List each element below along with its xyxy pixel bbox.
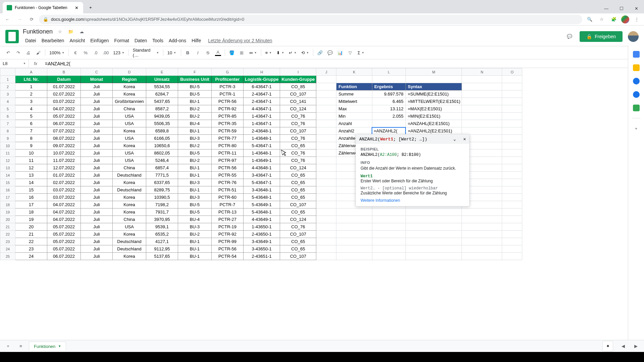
cell-N2[interactable] xyxy=(462,83,502,90)
cell-G21[interactable]: PCTR-19 xyxy=(212,223,244,231)
cell-A12[interactable]: 11 xyxy=(15,157,47,164)
account-avatar[interactable] xyxy=(628,31,639,42)
cell-D19[interactable]: Korea xyxy=(113,208,146,216)
cell-H23[interactable]: 3-43649-1 xyxy=(244,238,280,245)
cell-H4[interactable]: 2-43647-1 xyxy=(244,98,280,105)
cell-A17[interactable]: 16 xyxy=(15,194,47,201)
forward-icon[interactable]: → xyxy=(15,15,24,24)
cell-K2[interactable]: Funktion xyxy=(336,83,372,90)
cell-B9[interactable]: 08.07.2022 xyxy=(47,135,81,142)
cell-A4[interactable]: 3 xyxy=(15,98,47,105)
cell-H17[interactable]: 5-43648-1 xyxy=(244,194,280,201)
cell-C16[interactable]: Juli xyxy=(81,186,113,194)
cell-E22[interactable]: 6535,2 xyxy=(146,231,178,238)
cell-H3[interactable]: 2-43647-1 xyxy=(244,90,280,98)
cell-I21[interactable]: CO_76 xyxy=(280,223,316,231)
cell-I9[interactable]: CO_76 xyxy=(280,135,316,142)
cell-F3[interactable]: BU-5 xyxy=(178,90,212,98)
cell-G5[interactable]: PCTR-92 xyxy=(212,105,244,113)
wrap-dropdown[interactable]: ↵▼ xyxy=(287,50,299,55)
cell-E19[interactable]: 7931,7 xyxy=(146,208,178,216)
cell-L6[interactable]: 2.055 xyxy=(372,113,406,120)
cell-A18[interactable]: 17 xyxy=(15,201,47,208)
cell-O23[interactable] xyxy=(502,238,522,245)
tooltip-collapse-icon[interactable]: ⌄ xyxy=(453,137,456,142)
col-header-M[interactable]: M xyxy=(406,68,462,76)
cell-J25[interactable] xyxy=(316,253,336,260)
cell-E21[interactable]: 9539,1 xyxy=(146,223,178,231)
cell-J17[interactable] xyxy=(316,194,336,201)
cell-O14[interactable] xyxy=(502,172,522,179)
cell-O13[interactable] xyxy=(502,164,522,172)
cell-F7[interactable]: BU-4 xyxy=(178,120,212,127)
col-header-H[interactable]: H xyxy=(244,68,280,76)
cell-E7[interactable]: 5506,35 xyxy=(146,120,178,127)
cell-G10[interactable]: PCTR-80 xyxy=(212,142,244,149)
cell-B18[interactable]: 04.07.2022 xyxy=(47,201,81,208)
minimize-icon[interactable]: — xyxy=(599,3,614,13)
spreadsheet-grid[interactable]: ABCDEFGHIJKLMNO1Lfd. Nr.DatumMonatRegion… xyxy=(0,68,644,343)
cell-H13[interactable]: 4-43648-1 xyxy=(244,164,280,172)
cell-N25[interactable] xyxy=(462,253,502,260)
cell-E9[interactable]: 6166,05 xyxy=(146,135,178,142)
cell-B2[interactable]: 01.07.2022 xyxy=(47,83,81,90)
cell-F22[interactable]: BU-2 xyxy=(178,231,212,238)
cell-H2[interactable]: 6-43647-1 xyxy=(244,83,280,90)
cell-K4[interactable]: Mittelwert xyxy=(336,98,372,105)
new-tab-button[interactable]: + xyxy=(86,3,95,12)
share-button[interactable]: 🔒 Freigeben xyxy=(580,31,623,42)
cell-A7[interactable]: 6 xyxy=(15,120,47,127)
cell-A19[interactable]: 18 xyxy=(15,208,47,216)
cell-A10[interactable]: 9 xyxy=(15,142,47,149)
row-header-15[interactable]: 15 xyxy=(0,179,15,186)
cell-A14[interactable]: 13 xyxy=(15,172,47,179)
cell-E16[interactable]: 8289,75 xyxy=(146,186,178,194)
cell-C3[interactable]: Juli xyxy=(81,90,113,98)
cell-G11[interactable]: PCTR-11 xyxy=(212,149,244,157)
row-header-13[interactable]: 13 xyxy=(0,164,15,172)
cell-M25[interactable] xyxy=(406,253,462,260)
cell-K8[interactable]: Anzahl2 xyxy=(336,127,372,135)
cell-B1[interactable]: Datum xyxy=(47,76,81,83)
percent-icon[interactable]: % xyxy=(81,48,90,57)
chart-icon[interactable]: 📊 xyxy=(335,48,345,57)
cell-D5[interactable]: China xyxy=(113,105,146,113)
cell-C21[interactable]: Juli xyxy=(81,223,113,231)
cell-C2[interactable]: Juli xyxy=(81,83,113,90)
row-header-3[interactable]: 3 xyxy=(0,90,15,98)
cell-B3[interactable]: 02.07.2022 xyxy=(47,90,81,98)
menu-daten[interactable]: Daten xyxy=(132,37,149,45)
cell-C15[interactable]: Juli xyxy=(81,179,113,186)
cell-D4[interactable]: Großbritannien xyxy=(113,98,146,105)
all-sheets-icon[interactable]: ≡ xyxy=(16,342,25,351)
formula-input[interactable]: =ANZAHL2( xyxy=(42,61,644,66)
cell-M2[interactable]: Syntax xyxy=(406,83,462,90)
row-header-8[interactable]: 8 xyxy=(0,127,15,135)
cell-B6[interactable]: 05.07.2022 xyxy=(47,113,81,120)
cell-I8[interactable]: CO_107 xyxy=(280,127,316,135)
cell-A16[interactable]: 15 xyxy=(15,186,47,194)
cell-C5[interactable]: Juli xyxy=(81,105,113,113)
cell-O11[interactable] xyxy=(502,149,522,157)
comments-icon[interactable]: 💬 xyxy=(565,32,574,41)
cell-I5[interactable]: CO_124 xyxy=(280,105,316,113)
cell-C25[interactable]: Juli xyxy=(81,253,113,260)
cell-D9[interactable]: USA xyxy=(113,135,146,142)
cell-F4[interactable]: BU-1 xyxy=(178,98,212,105)
col-header-L[interactable]: L xyxy=(372,68,406,76)
cell-E4[interactable]: 5437,65 xyxy=(146,98,178,105)
cell-G17[interactable]: PCTR-60 xyxy=(212,194,244,201)
cell-G23[interactable]: PCTR-99 xyxy=(212,238,244,245)
cell-E12[interactable]: 5246,4 xyxy=(146,157,178,164)
cell-K23[interactable] xyxy=(336,238,372,245)
cell-N21[interactable] xyxy=(462,223,502,231)
cell-A5[interactable]: 4 xyxy=(15,105,47,113)
cell-D3[interactable]: Korea xyxy=(113,90,146,98)
cell-N24[interactable] xyxy=(462,245,502,253)
cell-C11[interactable]: Juli xyxy=(81,149,113,157)
col-header-A[interactable]: A xyxy=(15,68,47,76)
cell-D8[interactable]: Korea xyxy=(113,127,146,135)
cell-I24[interactable]: CO_65 xyxy=(280,245,316,253)
cell-O18[interactable] xyxy=(502,201,522,208)
cell-K20[interactable] xyxy=(336,216,372,223)
